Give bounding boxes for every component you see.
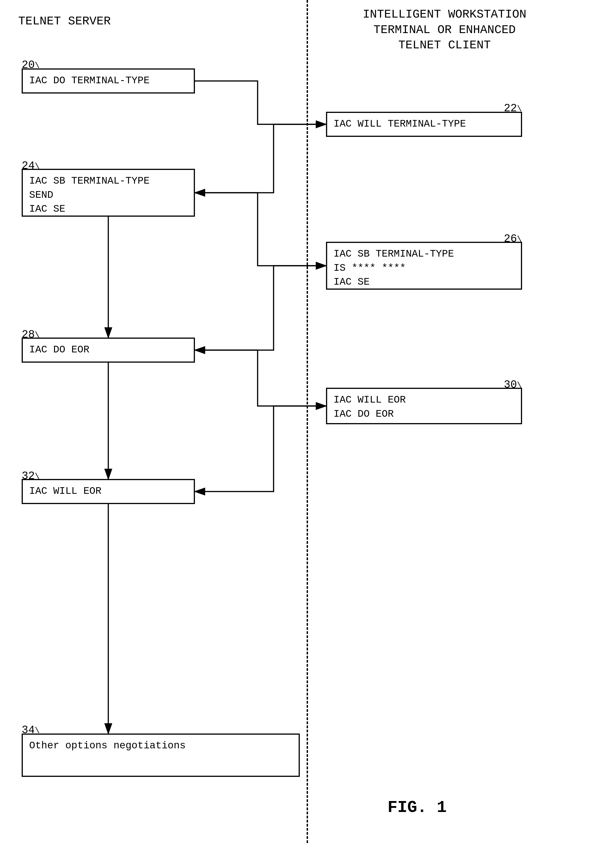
- box-26: IAC SB TERMINAL-TYPE IS **** **** IAC SE: [326, 242, 522, 290]
- arrows-svg: [0, 0, 616, 843]
- box-34: Other options negotiations: [22, 733, 300, 777]
- box-30: IAC WILL EOR IAC DO EOR: [326, 388, 522, 424]
- left-column-label: TELNET SERVER: [18, 14, 189, 29]
- box-24: IAC SB TERMINAL-TYPE SEND IAC SE: [22, 169, 195, 217]
- right-column-label: INTELLIGENT WORKSTATIONTERMINAL OR ENHAN…: [308, 7, 581, 53]
- figure-label: FIG. 1: [387, 798, 447, 817]
- center-divider: [307, 0, 308, 843]
- box-32: IAC WILL EOR: [22, 479, 195, 504]
- diagram: TELNET SERVER INTELLIGENT WORKSTATIONTER…: [0, 0, 616, 843]
- box-28: IAC DO EOR: [22, 338, 195, 363]
- box-22: IAC WILL TERMINAL-TYPE: [326, 112, 522, 137]
- box-20: IAC DO TERMINAL-TYPE: [22, 68, 195, 94]
